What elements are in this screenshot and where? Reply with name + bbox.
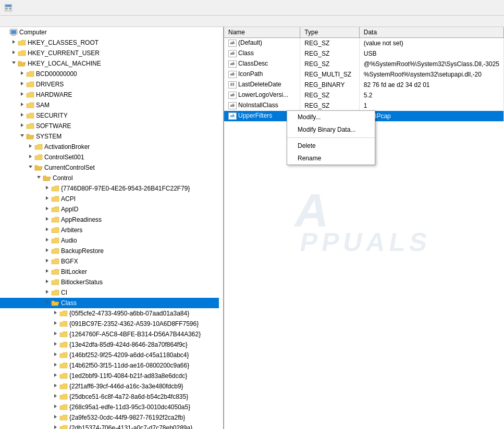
expand-btn[interactable] [18,122,26,130]
expand-btn[interactable] [26,153,34,161]
tree-node-class9[interactable]: {25dbce51-6c8f-4a72-8a6d-b54c2b4fc835} [0,392,219,402]
tree-node-activationbroker[interactable]: ActivationBroker [0,142,219,152]
tree-node-guid1[interactable]: {7746D80F-97E0-4E26-9543-26B41FC22F79} [0,183,219,194]
tree-node-currentcontrolset[interactable]: CurrentControlSet [0,162,219,173]
tree-node-drivers[interactable]: DRIVERS [0,79,219,90]
table-row[interactable]: 01LastDeleteDateREG_BINARY82 76 fd ae d2… [224,80,504,90]
table-row[interactable]: abClassREG_SZUSB [224,48,504,59]
menu-help[interactable] [35,20,44,22]
tree-node-class3[interactable]: {1264760F-A5C8-4BFE-B314-D56A7B44A362} [0,329,219,339]
context-menu-item-delete[interactable]: Delete [287,140,375,152]
expand-btn[interactable] [26,163,34,172]
expand-btn[interactable] [18,111,26,120]
tree-node-control[interactable]: Control [0,173,219,183]
tree-node-hkey_local_machine[interactable]: HKEY_LOCAL_MACHINE [0,58,219,69]
svg-rect-7 [11,30,16,34]
tree-node-class2[interactable]: {091BC97E-2352-4362-A539-10A6D8FF7596} [0,319,219,329]
menu-edit[interactable] [10,20,19,22]
tree-node-security[interactable]: SECURITY [0,110,219,121]
folder-icon [26,133,34,140]
tree-node-software[interactable]: SOFTWARE [0,121,219,131]
expand-btn[interactable] [43,268,51,276]
tree-pane[interactable]: Computer HKEY_CLASSES_ROOT HKEY_CURRENT_… [0,27,224,429]
expand-btn[interactable] [43,184,51,193]
tree-node-hkey_current_user[interactable]: HKEY_CURRENT_USER [0,48,219,58]
expand-btn[interactable] [43,278,51,286]
expand-btn[interactable] [51,309,59,318]
tree-node-hkey_classes_root[interactable]: HKEY_CLASSES_ROOT [0,37,219,48]
expand-btn[interactable] [43,247,51,255]
expand-btn[interactable] [51,340,59,349]
tree-node-appreadiness[interactable]: AppReadiness [0,215,219,225]
tree-node-sam[interactable]: SAM [0,100,219,110]
menu-view[interactable] [19,20,27,22]
tree-node-class8[interactable]: {22f1aff6-39cf-446d-a16c-3a3e480fdcb9} [0,381,219,392]
tree-node-system[interactable]: SYSTEM [0,131,219,142]
expand-btn[interactable] [18,70,26,78]
tree-node-hardware[interactable]: HARDWARE [0,90,219,100]
tree-node-bcd00000000[interactable]: BCD00000000 [0,69,219,79]
expand-btn[interactable] [43,236,51,245]
tree-node-appid[interactable]: AppID [0,204,219,215]
menu-favorites[interactable] [27,20,35,22]
tree-node-audio[interactable]: Audio [0,235,219,246]
table-row[interactable]: abIconPathREG_MULTI_SZ%SystemRoot%\syste… [224,69,504,80]
tree-node-computer[interactable]: Computer [0,27,219,37]
table-row[interactable]: ab(Default)REG_SZ(value not set) [224,38,504,48]
context-menu-item-modifybinarydata[interactable]: Modify Binary Data... [287,123,375,136]
expand-btn[interactable] [51,361,59,370]
expand-btn[interactable] [51,372,59,380]
tree-node-bitlockerstatus[interactable]: BitlockerStatus [0,277,219,287]
table-row[interactable]: abClassDescREG_SZ@%SystemRoot%\System32\… [224,59,504,69]
tree-node-bitlocker[interactable]: BitLocker [0,267,219,277]
table-row[interactable]: abLowerLogoVersi...REG_SZ5.2 [224,90,504,100]
expand-btn[interactable] [18,132,26,141]
expand-btn[interactable] [1,28,9,36]
expand-btn[interactable] [51,393,59,401]
expand-btn[interactable] [51,403,59,411]
expand-btn[interactable] [18,80,26,89]
table-row[interactable]: abNoInstallClassREG_SZ1 [224,100,504,111]
expand-btn[interactable] [9,59,18,68]
tree-node-class[interactable]: Class [0,298,219,308]
expand-btn[interactable] [51,320,59,328]
tree-node-controlset001[interactable]: ControlSet001 [0,152,219,162]
expand-btn[interactable] [51,424,59,429]
tree-node-bgfx[interactable]: BGFX [0,256,219,267]
tree-node-class7[interactable]: {1ed2bbf9-11f0-4084-b21f-ad83a8e6dcdc} [0,371,219,381]
tree-node-arbiters[interactable]: Arbiters [0,225,219,235]
expand-btn[interactable] [43,195,51,203]
expand-btn[interactable] [9,49,18,57]
expand-btn[interactable] [26,143,34,151]
expand-btn[interactable] [34,174,43,182]
tree-node-class4[interactable]: {13e42dfa-85d9-424d-8646-28a70f864f9c} [0,339,219,350]
expand-btn[interactable] [43,205,51,213]
expand-btn[interactable] [51,351,59,359]
tree-node-class11[interactable]: {2a9fe532-0cdc-44f9-9827-76192f2ca2fb} [0,412,219,423]
tree-node-class6[interactable]: {14b62f50-3f15-11dd-ae16-0800200c9a66} [0,360,219,371]
expand-btn[interactable] [9,39,18,47]
expand-btn[interactable] [18,101,26,109]
expand-btn[interactable] [18,91,26,99]
svg-marker-43 [54,384,57,387]
expand-btn[interactable] [51,330,59,338]
tree-node-class10[interactable]: {268c95a1-edfe-11d3-95c3-0010dc4050a5} [0,402,219,412]
menu-file[interactable] [2,20,10,22]
expand-btn[interactable] [43,299,51,307]
svg-marker-46 [54,415,57,419]
expand-btn[interactable] [43,226,51,234]
tree-node-acpi[interactable]: ACPI [0,194,219,204]
ab-icon: ab [228,71,237,78]
tree-node-class1[interactable]: {05f5cfe2-4733-4950-a6bb-07aad01a3a84} [0,308,219,319]
tree-node-backuprestore[interactable]: BackupRestore [0,246,219,256]
expand-btn[interactable] [43,216,51,224]
context-menu-item-rename[interactable]: Rename [287,152,375,165]
tree-node-class5[interactable]: {146bf252-9f25-4209-a6dd-c45a1180abc4} [0,350,219,360]
expand-btn[interactable] [43,288,51,297]
context-menu-item-modify[interactable]: Modify... [287,111,375,123]
expand-btn[interactable] [51,413,59,422]
expand-btn[interactable] [43,257,51,266]
tree-node-class12[interactable]: {2db15374-706e-4131-a0c7-d7c78eb0289a} [0,423,219,429]
tree-node-ci[interactable]: CI [0,287,219,298]
expand-btn[interactable] [51,382,59,390]
